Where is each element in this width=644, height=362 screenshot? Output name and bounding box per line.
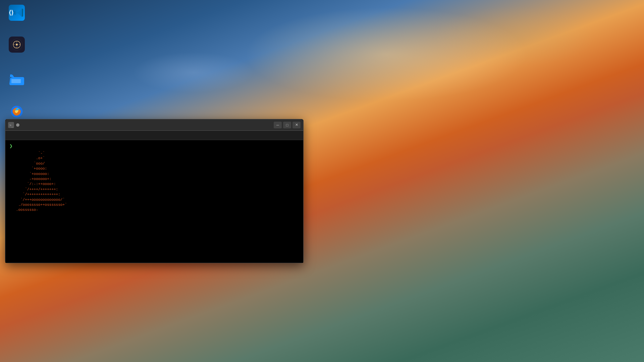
vscode-icon xyxy=(9,5,25,21)
dolphin-icon xyxy=(9,71,25,87)
firefox-icon xyxy=(9,104,25,120)
titlebar-controls: ─ □ ✕ xyxy=(274,122,301,128)
desktop-icon-davinci[interactable] xyxy=(3,35,30,55)
minimize-button[interactable]: ─ xyxy=(274,122,282,128)
prompt-line: ❯ xyxy=(9,143,299,149)
titlebar-dot xyxy=(16,123,19,127)
menu-edit[interactable] xyxy=(15,135,20,136)
svg-point-2 xyxy=(16,44,18,46)
menu-view[interactable] xyxy=(21,135,27,136)
neofetch-output: `-` .o+` `ooo/ `+oooo: `+oooooo: -+ooooo… xyxy=(9,151,299,213)
terminal-window: >_ ─ □ ✕ ❯ xyxy=(5,119,304,263)
menu-settings[interactable] xyxy=(35,135,40,136)
desktop-icon-vscode[interactable] xyxy=(3,3,30,23)
davinci-icon xyxy=(9,37,25,53)
terminal-titlebar: >_ ─ □ ✕ xyxy=(5,119,303,131)
desktop: >_ ─ □ ✕ ❯ xyxy=(0,0,644,362)
svg-rect-7 xyxy=(11,79,21,83)
terminal-body[interactable]: ❯ `-` .o+` `ooo/ `+oooo: `+oooooo: -+ooo… xyxy=(5,140,303,263)
maximize-button[interactable]: □ xyxy=(283,122,291,128)
neofetch-logo: `-` .o+` `ooo/ `+oooo: `+oooooo: -+ooooo… xyxy=(9,151,97,213)
desktop-icon-dolphin[interactable] xyxy=(3,70,30,90)
close-button[interactable]: ✕ xyxy=(292,122,301,128)
terminal-menubar xyxy=(5,131,303,140)
svg-text:>_: >_ xyxy=(9,123,13,127)
titlebar-left: >_ xyxy=(8,122,19,128)
menu-file[interactable] xyxy=(8,135,13,136)
terminal-app-icon: >_ xyxy=(8,122,14,128)
menu-help[interactable] xyxy=(42,135,47,136)
menu-bookmarks[interactable] xyxy=(28,135,34,136)
prompt-arrow: ❯ xyxy=(9,143,13,149)
